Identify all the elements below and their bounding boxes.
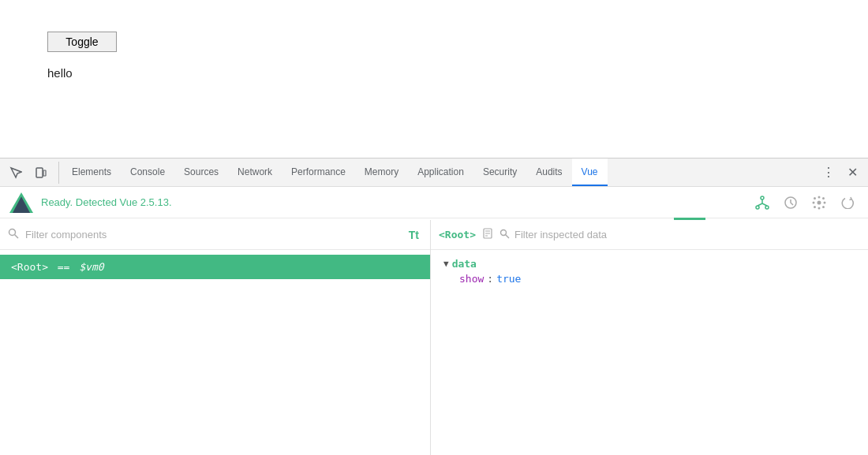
data-tree: ▼ data show : true <box>431 250 868 296</box>
component-tree-button[interactable] <box>751 192 773 214</box>
tab-performance[interactable]: Performance <box>282 159 355 186</box>
tab-application[interactable]: Application <box>408 159 473 186</box>
svg-point-5 <box>756 206 759 209</box>
inspector-header: <Root> <box>431 220 868 250</box>
tab-memory[interactable]: Memory <box>355 159 408 186</box>
svg-point-11 <box>817 200 821 204</box>
root-component-item[interactable]: <Root> == $vm0 <box>0 255 430 279</box>
vue-header-actions <box>751 192 859 214</box>
svg-line-27 <box>505 234 509 238</box>
component-equals: == <box>51 261 76 273</box>
svg-point-18 <box>814 206 816 208</box>
svg-rect-1 <box>43 170 46 176</box>
component-list: <Root> == $vm0 <box>0 250 430 455</box>
data-row-show: show : true <box>443 273 855 285</box>
inspect-element-button[interactable] <box>5 162 27 184</box>
active-indicator <box>674 218 705 220</box>
data-inspector-panel: <Root> <box>431 220 868 455</box>
svg-point-20 <box>9 229 16 236</box>
inspector-root-tag: <Root> <box>439 229 476 241</box>
page-content: Toggle hello <box>0 0 868 158</box>
filter-case-sensitive-button[interactable]: Tt <box>406 227 422 243</box>
toolbar-right: ⋮ ✕ <box>817 162 863 184</box>
data-colon: : <box>487 273 493 285</box>
tab-sources[interactable]: Sources <box>174 159 228 186</box>
tab-network[interactable]: Network <box>228 159 282 186</box>
devtools-panel: Elements Console Sources Network Perform… <box>0 158 868 455</box>
devtools-toolbar: Elements Console Sources Network Perform… <box>0 159 868 187</box>
filter-inspected-data-input[interactable] <box>514 229 860 241</box>
search-icon <box>8 228 19 241</box>
svg-point-4 <box>761 196 764 200</box>
svg-line-21 <box>15 235 19 239</box>
component-vm: $vm0 <box>79 261 103 273</box>
vuex-mutations-button[interactable] <box>808 192 830 214</box>
svg-point-15 <box>824 201 826 203</box>
more-tools-button[interactable]: ⋮ <box>817 162 840 184</box>
svg-point-26 <box>500 229 506 235</box>
tab-audits[interactable]: Audits <box>526 159 571 186</box>
vue-logo <box>9 191 33 214</box>
component-tag: <Root> <box>11 261 48 273</box>
expand-icon: ▼ <box>443 259 449 269</box>
data-key-show: show <box>459 273 484 285</box>
data-section-label: data <box>452 258 477 270</box>
toolbar-icons <box>5 162 59 184</box>
vue-main-panels: Tt <Root> == $vm0 <Root> <box>0 220 868 455</box>
vue-status-text: Ready. Detected Vue 2.5.13. <box>41 196 172 208</box>
svg-point-12 <box>818 196 821 198</box>
vue-panel: Ready. Detected Vue 2.5.13. <box>0 187 868 455</box>
tab-console[interactable]: Console <box>121 159 174 186</box>
device-toolbar-button[interactable] <box>30 162 52 184</box>
data-section-header[interactable]: ▼ data <box>443 258 855 270</box>
svg-point-17 <box>822 206 825 208</box>
svg-point-19 <box>822 197 825 200</box>
svg-point-16 <box>814 197 816 200</box>
svg-line-9 <box>762 203 767 206</box>
svg-rect-0 <box>36 168 43 177</box>
svg-point-13 <box>818 207 821 209</box>
component-tree-panel: Tt <Root> == $vm0 <box>0 220 431 455</box>
data-value-show: true <box>496 273 521 285</box>
vue-header: Ready. Detected Vue 2.5.13. <box>0 187 868 218</box>
inspect-filter-bar <box>499 229 860 241</box>
data-section: ▼ data show : true <box>443 258 855 285</box>
inspector-search-icon <box>499 229 510 241</box>
svg-line-8 <box>758 203 762 206</box>
close-devtools-button[interactable]: ✕ <box>841 162 863 184</box>
toggle-button[interactable]: Toggle <box>47 32 117 52</box>
hello-text: hello <box>47 66 821 80</box>
filter-components-input[interactable] <box>25 229 399 241</box>
tab-elements[interactable]: Elements <box>62 159 121 186</box>
inspect-document-icon[interactable] <box>482 228 493 241</box>
component-filter-bar: Tt <box>0 220 430 250</box>
devtools-tabs: Elements Console Sources Network Perform… <box>62 159 817 186</box>
tab-security[interactable]: Security <box>473 159 526 186</box>
vuex-history-button[interactable] <box>780 192 802 214</box>
tab-vue[interactable]: Vue <box>572 159 608 186</box>
svg-point-14 <box>813 201 815 203</box>
refresh-button[interactable] <box>836 192 859 214</box>
svg-point-6 <box>765 206 769 209</box>
